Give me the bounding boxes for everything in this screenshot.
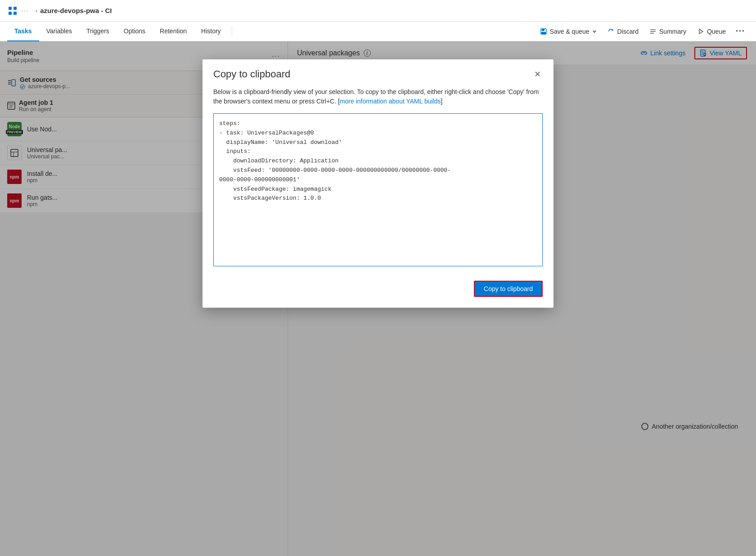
- page-title: azure-devops-pwa - CI: [40, 7, 112, 14]
- modal-footer: Copy to clipboard: [202, 274, 554, 308]
- queue-button[interactable]: Queue: [693, 25, 730, 38]
- yaml-content-textarea[interactable]: steps: - task: UniversalPackages@0 displ…: [213, 113, 543, 266]
- summary-button[interactable]: Summary: [645, 25, 691, 38]
- tab-options[interactable]: Options: [117, 22, 153, 41]
- svg-rect-6: [541, 32, 546, 34]
- svg-rect-0: [9, 7, 12, 10]
- save-icon: [540, 28, 547, 35]
- breadcrumb-chevron: ›: [36, 7, 37, 14]
- breadcrumb: ··· › azure-devops-pwa - CI: [22, 7, 112, 14]
- discard-button[interactable]: Discard: [603, 25, 643, 38]
- yaml-builds-link[interactable]: more information about YAML builds: [340, 98, 441, 105]
- nav-tabs: Tasks Variables Triggers Options Retenti…: [0, 22, 756, 41]
- summary-icon: [649, 28, 657, 35]
- svg-rect-2: [9, 12, 12, 15]
- main-content: Pipeline Build pipeline ··· Get sources: [0, 41, 756, 556]
- top-bar: ··· › azure-devops-pwa - CI: [0, 0, 756, 22]
- nav-actions: Save & queue Discard Summary Queu: [536, 25, 749, 38]
- nav-divider: [232, 26, 232, 37]
- discard-icon: [608, 28, 615, 35]
- app-icon: [7, 5, 18, 16]
- modal-body: Below is a clipboard-friendly view of yo…: [202, 80, 554, 274]
- tab-history[interactable]: History: [194, 22, 228, 41]
- tab-retention[interactable]: Retention: [153, 22, 194, 41]
- breadcrumb-dots[interactable]: ···: [22, 7, 29, 14]
- svg-rect-3: [14, 12, 17, 15]
- more-actions-button[interactable]: ···: [732, 25, 749, 38]
- tab-variables[interactable]: Variables: [39, 22, 79, 41]
- svg-rect-5: [542, 29, 544, 31]
- modal-description: Below is a clipboard-friendly view of yo…: [213, 87, 543, 106]
- modal-close-button[interactable]: ✕: [532, 68, 543, 80]
- queue-icon: [697, 28, 704, 35]
- dropdown-arrow-icon: [592, 29, 597, 34]
- svg-marker-10: [699, 29, 703, 34]
- copy-to-clipboard-button[interactable]: Copy to clipboard: [474, 281, 543, 297]
- svg-rect-1: [14, 7, 17, 10]
- modal-backdrop: Copy to clipboard ✕ Below is a clipboard…: [0, 41, 756, 556]
- save-queue-button[interactable]: Save & queue: [536, 25, 601, 38]
- modal-title: Copy to clipboard: [213, 68, 290, 80]
- tab-triggers[interactable]: Triggers: [79, 22, 117, 41]
- copy-to-clipboard-modal: Copy to clipboard ✕ Below is a clipboard…: [202, 59, 554, 308]
- tab-tasks[interactable]: Tasks: [7, 22, 39, 41]
- modal-header: Copy to clipboard ✕: [202, 59, 554, 80]
